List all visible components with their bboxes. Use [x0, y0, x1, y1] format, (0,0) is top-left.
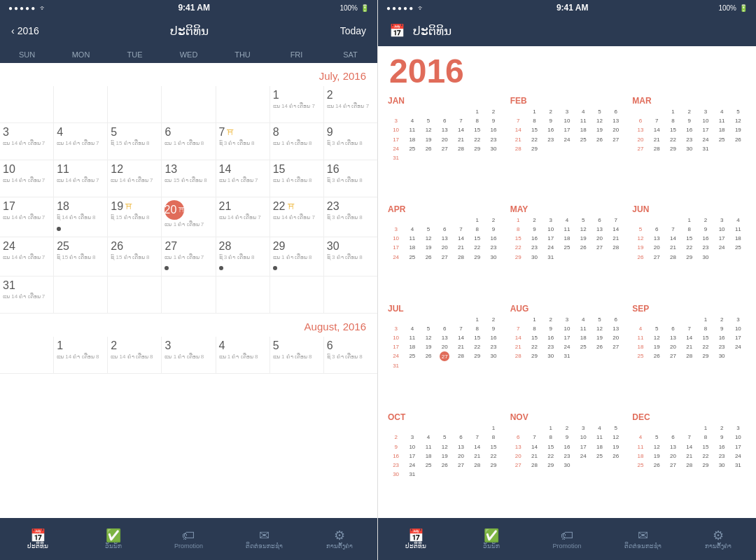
mini-day-cell[interactable]: 20 — [437, 135, 453, 144]
mini-day-cell[interactable]: 8 — [542, 433, 559, 442]
mini-day-cell[interactable]: 19 — [730, 125, 746, 134]
mini-day-cell[interactable]: 13 — [608, 324, 624, 333]
mini-day-cell[interactable]: 8 — [681, 225, 697, 234]
day-cell-2[interactable]: 2 ແນ 14 ຄ່ຳ ເດືອນ 7 — [324, 86, 377, 122]
mini-day-cell[interactable]: 22 — [469, 135, 485, 144]
mini-day-cell[interactable]: 1 — [469, 315, 485, 324]
mini-day-cell[interactable]: 12 — [592, 116, 608, 125]
mini-day-cell[interactable]: 22 — [681, 243, 697, 252]
mini-day-cell[interactable]: 24 — [388, 253, 404, 262]
aug-day-1[interactable]: 1 ແນ 14 ຄ່ຳ ເດືອນ 8 — [54, 337, 108, 373]
mini-day-cell[interactable]: 9 — [542, 324, 559, 333]
mini-day-cell[interactable]: 9 — [485, 225, 501, 234]
mini-day-cell[interactable]: 30 — [485, 144, 501, 153]
mini-day-cell[interactable]: 5 — [632, 225, 648, 234]
mini-day-cell[interactable]: 6 — [510, 433, 526, 442]
mini-day-cell[interactable]: 17 — [730, 442, 746, 451]
mini-day-cell[interactable]: 7 — [608, 216, 624, 225]
mini-day-cell[interactable]: 8 — [526, 324, 542, 333]
mini-day-cell[interactable]: 26 — [649, 461, 665, 470]
mini-day-cell[interactable]: 3 — [559, 107, 575, 116]
mini-day-cell[interactable]: 13 — [649, 234, 665, 243]
mini-day-cell[interactable]: 30 — [559, 461, 575, 470]
mini-day-cell[interactable]: 24 — [559, 135, 575, 144]
mini-day-cell[interactable]: 24 — [388, 144, 404, 153]
mini-day-cell[interactable]: 7 — [681, 433, 697, 442]
mini-day-cell[interactable]: 5 — [437, 433, 453, 442]
mini-day-cell[interactable]: 20 — [632, 135, 648, 144]
mini-day-cell[interactable]: 30 — [526, 253, 542, 262]
mini-day-cell[interactable]: 16 — [681, 125, 697, 134]
mini-day-cell[interactable]: 25 — [632, 461, 648, 470]
mini-day-cell[interactable]: 12 — [632, 234, 648, 243]
mini-day-cell[interactable]: 16 — [697, 234, 713, 243]
mini-day-cell[interactable]: 20 — [592, 234, 608, 243]
mini-day-cell[interactable]: 11 — [559, 225, 575, 234]
mini-day-cell[interactable]: 9 — [526, 225, 542, 234]
day-cell-4[interactable]: 4 ແນ 14 ຄ່ຳ ເດືອນ 7 — [54, 123, 108, 160]
mini-day-cell[interactable]: 23 — [485, 342, 501, 351]
mini-day-cell[interactable]: 3 — [697, 107, 713, 116]
mini-day-cell[interactable]: 7 — [453, 324, 469, 333]
mini-day-cell[interactable]: 11 — [632, 442, 648, 451]
mini-day-cell[interactable]: 5 — [730, 107, 746, 116]
mini-day-cell[interactable]: 21 — [453, 243, 469, 252]
mini-day-cell[interactable]: 23 — [542, 135, 559, 144]
mini-day-cell[interactable]: 22 — [697, 451, 713, 461]
day-cell-29[interactable]: 29 ແນ 1 ຄ່ຳ ເດືອນ 8 — [270, 237, 324, 276]
mini-day-cell[interactable]: 15 — [469, 234, 485, 243]
mini-day-cell[interactable]: 15 — [665, 125, 681, 134]
mini-day-cell[interactable]: 12 — [575, 225, 592, 234]
mini-day-cell[interactable]: 1 — [485, 424, 501, 433]
mini-day-cell[interactable]: 25 — [559, 243, 575, 252]
mini-day-cell[interactable]: 6 — [437, 324, 453, 333]
mini-day-cell[interactable]: 18 — [404, 135, 420, 144]
mini-day-cell[interactable]: 3 — [388, 116, 404, 125]
mini-day-cell[interactable]: 26 — [420, 351, 436, 361]
mini-day-cell[interactable]: 10 — [542, 225, 559, 234]
mini-day-cell[interactable]: 29 — [469, 253, 485, 262]
mini-day-cell[interactable]: 31 — [542, 253, 559, 262]
mini-day-cell[interactable]: 21 — [681, 451, 697, 461]
mini-day-cell[interactable]: 20 — [608, 125, 624, 134]
mini-day-cell[interactable]: 9 — [714, 324, 730, 333]
day-cell-12[interactable]: 12 ແນ 14 ຄ່ຳ ເດືອນ 7 — [108, 160, 162, 197]
mini-day-cell[interactable]: 17 — [388, 243, 404, 252]
mini-day-cell[interactable]: 3 — [559, 315, 575, 324]
mini-day-cell[interactable]: 21 — [681, 342, 697, 351]
mini-day-cell[interactable]: 29 — [485, 461, 501, 470]
mini-day-cell[interactable]: 18 — [420, 451, 436, 461]
mini-day-cell[interactable]: 4 — [404, 116, 420, 125]
mini-day-cell[interactable]: 16 — [485, 234, 501, 243]
mini-day-cell[interactable]: 2 — [714, 315, 730, 324]
aug-day-4[interactable]: 4 ແນ 1 ຄ່ຳ ເດືອນ 8 — [216, 337, 270, 373]
mini-day-cell[interactable]: 27 — [437, 253, 453, 262]
mini-day-cell[interactable]: 6 — [632, 116, 648, 125]
mini-day-cell[interactable]: 8 — [665, 116, 681, 125]
mini-day-cell[interactable]: 18 — [559, 234, 575, 243]
mini-day-cell[interactable]: 9 — [714, 433, 730, 442]
mini-day-cell[interactable]: 6 — [649, 225, 665, 234]
aug-day-6[interactable]: 6 ຊົ 3 ຄ່ຳ ເດືອນ 8 — [324, 337, 377, 373]
mini-day-cell[interactable]: 10 — [697, 116, 713, 125]
mini-day-cell[interactable]: 26 — [730, 135, 746, 144]
mini-day-cell[interactable]: 24 — [404, 461, 420, 470]
tab-promotion[interactable]: 🏷 Promotion — [151, 518, 227, 560]
mini-day-cell[interactable]: 3 — [404, 433, 420, 442]
mini-day-cell[interactable]: 27 — [437, 144, 453, 153]
mini-day-cell[interactable]: 11 — [404, 125, 420, 134]
mini-day-cell[interactable]: 20 — [437, 243, 453, 252]
mini-day-cell[interactable]: 9 — [388, 442, 404, 451]
mini-day-cell[interactable]: 20 — [608, 333, 624, 342]
mini-day-cell[interactable]: 3 — [730, 315, 746, 324]
mini-day-cell[interactable]: 26 — [649, 351, 665, 360]
mini-day-cell[interactable]: 30 — [714, 351, 730, 360]
mini-day-cell[interactable]: 9 — [485, 324, 501, 333]
mini-day-cell[interactable]: 2 — [526, 216, 542, 225]
mini-day-cell[interactable]: 8 — [697, 324, 713, 333]
mini-day-cell[interactable]: 23 — [485, 135, 501, 144]
mini-day-cell[interactable]: 3 — [575, 424, 592, 433]
mini-day-cell[interactable]: 7 — [510, 324, 526, 333]
mini-day-cell[interactable]: 26 — [437, 461, 453, 470]
mini-day-cell[interactable]: 25 — [575, 135, 592, 144]
